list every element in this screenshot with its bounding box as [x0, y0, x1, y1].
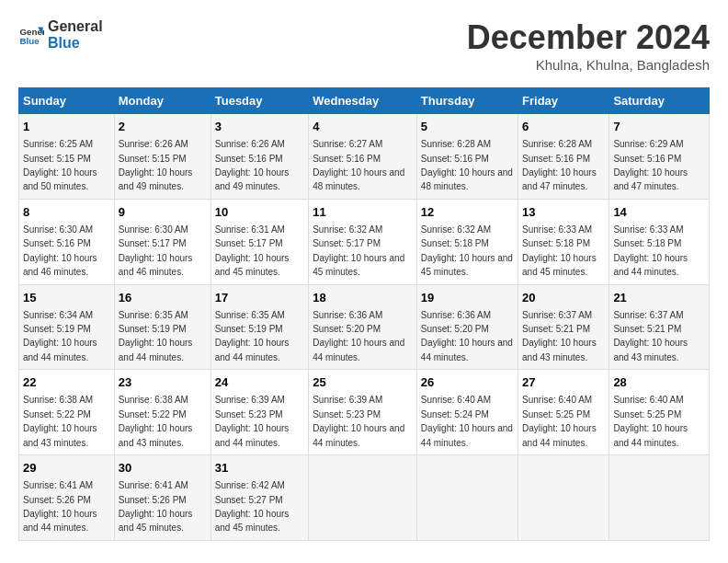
calendar-cell: 8Sunrise: 6:30 AMSunset: 5:16 PMDaylight…	[19, 199, 115, 284]
day-number: 28	[613, 374, 705, 391]
calendar-cell: 18Sunrise: 6:36 AMSunset: 5:20 PMDayligh…	[309, 284, 417, 370]
day-info: Sunrise: 6:39 AMSunset: 5:23 PMDaylight:…	[215, 395, 290, 447]
day-info: Sunrise: 6:35 AMSunset: 5:19 PMDaylight:…	[215, 310, 290, 362]
day-info: Sunrise: 6:40 AMSunset: 5:24 PMDaylight:…	[421, 395, 513, 447]
logo-text-general: General	[48, 18, 103, 35]
calendar-cell: 2Sunrise: 6:26 AMSunset: 5:15 PMDaylight…	[114, 114, 210, 200]
calendar-cell: 7Sunrise: 6:29 AMSunset: 5:16 PMDaylight…	[609, 114, 710, 200]
calendar-cell	[416, 455, 518, 541]
calendar-week-1: 1Sunrise: 6:25 AMSunset: 5:15 PMDaylight…	[19, 114, 710, 200]
day-number: 16	[119, 290, 207, 306]
day-number: 17	[215, 290, 304, 306]
day-number: 12	[421, 204, 514, 221]
day-info: Sunrise: 6:31 AMSunset: 5:17 PMDaylight:…	[215, 224, 290, 277]
day-number: 6	[522, 119, 605, 135]
calendar-table: SundayMondayTuesdayWednesdayThursdayFrid…	[18, 87, 710, 541]
header-thursday: Thursday	[416, 88, 518, 114]
day-number: 27	[522, 374, 605, 391]
day-number: 19	[421, 290, 514, 306]
day-info: Sunrise: 6:36 AMSunset: 5:20 PMDaylight:…	[421, 310, 513, 362]
day-number: 30	[119, 460, 207, 477]
calendar-cell	[309, 455, 417, 541]
calendar-cell: 15Sunrise: 6:34 AMSunset: 5:19 PMDayligh…	[19, 284, 115, 370]
calendar-cell: 23Sunrise: 6:38 AMSunset: 5:22 PMDayligh…	[114, 370, 210, 455]
logo-icon: General Blue	[18, 22, 44, 48]
calendar-cell	[518, 455, 609, 541]
header-saturday: Saturday	[609, 88, 710, 114]
calendar-cell: 28Sunrise: 6:40 AMSunset: 5:25 PMDayligh…	[609, 370, 710, 455]
day-number: 14	[613, 204, 705, 221]
day-info: Sunrise: 6:26 AMSunset: 5:16 PMDaylight:…	[215, 139, 290, 191]
calendar-cell: 17Sunrise: 6:35 AMSunset: 5:19 PMDayligh…	[210, 284, 308, 370]
calendar-cell: 27Sunrise: 6:40 AMSunset: 5:25 PMDayligh…	[518, 370, 609, 455]
day-info: Sunrise: 6:30 AMSunset: 5:17 PMDaylight:…	[119, 224, 193, 277]
calendar-week-5: 29Sunrise: 6:41 AMSunset: 5:26 PMDayligh…	[19, 455, 710, 541]
calendar-cell: 10Sunrise: 6:31 AMSunset: 5:17 PMDayligh…	[210, 199, 308, 284]
calendar-cell: 24Sunrise: 6:39 AMSunset: 5:23 PMDayligh…	[210, 370, 308, 455]
day-number: 5	[421, 119, 514, 135]
month-title: December 2024	[467, 18, 710, 57]
calendar-week-4: 22Sunrise: 6:38 AMSunset: 5:22 PMDayligh…	[19, 370, 710, 455]
day-number: 25	[313, 374, 413, 391]
day-number: 20	[522, 290, 605, 306]
calendar-cell: 14Sunrise: 6:33 AMSunset: 5:18 PMDayligh…	[609, 199, 710, 284]
day-info: Sunrise: 6:35 AMSunset: 5:19 PMDaylight:…	[119, 310, 193, 362]
day-info: Sunrise: 6:40 AMSunset: 5:25 PMDaylight:…	[522, 395, 597, 447]
calendar-cell: 20Sunrise: 6:37 AMSunset: 5:21 PMDayligh…	[518, 284, 609, 370]
header-friday: Friday	[518, 88, 609, 114]
location: Khulna, Khulna, Bangladesh	[467, 57, 710, 73]
day-number: 4	[313, 119, 413, 135]
calendar-header-row: SundayMondayTuesdayWednesdayThursdayFrid…	[19, 88, 710, 114]
day-info: Sunrise: 6:41 AMSunset: 5:26 PMDaylight:…	[23, 480, 97, 533]
day-info: Sunrise: 6:36 AMSunset: 5:20 PMDaylight:…	[313, 310, 404, 362]
day-number: 23	[119, 374, 207, 391]
day-number: 31	[215, 460, 304, 477]
day-number: 29	[23, 460, 110, 477]
calendar-cell: 11Sunrise: 6:32 AMSunset: 5:17 PMDayligh…	[309, 199, 417, 284]
calendar-cell: 25Sunrise: 6:39 AMSunset: 5:23 PMDayligh…	[309, 370, 417, 455]
day-info: Sunrise: 6:38 AMSunset: 5:22 PMDaylight:…	[23, 395, 97, 447]
calendar-cell: 16Sunrise: 6:35 AMSunset: 5:19 PMDayligh…	[114, 284, 210, 370]
calendar-week-2: 8Sunrise: 6:30 AMSunset: 5:16 PMDaylight…	[19, 199, 710, 284]
header-wednesday: Wednesday	[309, 88, 417, 114]
day-info: Sunrise: 6:40 AMSunset: 5:25 PMDaylight:…	[613, 395, 688, 447]
calendar-cell: 6Sunrise: 6:28 AMSunset: 5:16 PMDaylight…	[518, 114, 609, 200]
calendar-cell: 19Sunrise: 6:36 AMSunset: 5:20 PMDayligh…	[416, 284, 518, 370]
calendar-cell: 9Sunrise: 6:30 AMSunset: 5:17 PMDaylight…	[114, 199, 210, 284]
day-number: 8	[23, 204, 110, 221]
calendar-cell: 31Sunrise: 6:42 AMSunset: 5:27 PMDayligh…	[210, 455, 308, 541]
day-info: Sunrise: 6:30 AMSunset: 5:16 PMDaylight:…	[23, 224, 97, 277]
calendar-cell: 12Sunrise: 6:32 AMSunset: 5:18 PMDayligh…	[416, 199, 518, 284]
header-monday: Monday	[114, 88, 210, 114]
day-number: 1	[23, 119, 110, 135]
header-tuesday: Tuesday	[210, 88, 308, 114]
calendar-cell: 1Sunrise: 6:25 AMSunset: 5:15 PMDaylight…	[19, 114, 115, 200]
calendar-cell: 4Sunrise: 6:27 AMSunset: 5:16 PMDaylight…	[309, 114, 417, 200]
day-number: 3	[215, 119, 304, 135]
day-number: 26	[421, 374, 514, 391]
day-number: 7	[613, 119, 705, 135]
header-sunday: Sunday	[19, 88, 115, 114]
day-info: Sunrise: 6:28 AMSunset: 5:16 PMDaylight:…	[421, 139, 513, 191]
day-info: Sunrise: 6:37 AMSunset: 5:21 PMDaylight:…	[522, 310, 597, 362]
day-info: Sunrise: 6:42 AMSunset: 5:27 PMDaylight:…	[215, 480, 290, 533]
day-info: Sunrise: 6:37 AMSunset: 5:21 PMDaylight:…	[613, 310, 688, 362]
calendar-cell: 26Sunrise: 6:40 AMSunset: 5:24 PMDayligh…	[416, 370, 518, 455]
svg-text:Blue: Blue	[19, 36, 40, 46]
calendar-cell: 21Sunrise: 6:37 AMSunset: 5:21 PMDayligh…	[609, 284, 710, 370]
calendar-cell: 30Sunrise: 6:41 AMSunset: 5:26 PMDayligh…	[114, 455, 210, 541]
day-number: 9	[119, 204, 207, 221]
calendar-cell: 13Sunrise: 6:33 AMSunset: 5:18 PMDayligh…	[518, 199, 609, 284]
day-info: Sunrise: 6:33 AMSunset: 5:18 PMDaylight:…	[522, 224, 597, 277]
page-header: General Blue General Blue December 2024 …	[18, 18, 710, 73]
calendar-cell	[609, 455, 710, 541]
day-number: 21	[613, 290, 705, 306]
logo: General Blue General Blue	[18, 18, 103, 52]
calendar-cell: 5Sunrise: 6:28 AMSunset: 5:16 PMDaylight…	[416, 114, 518, 200]
day-info: Sunrise: 6:27 AMSunset: 5:16 PMDaylight:…	[313, 139, 404, 191]
day-info: Sunrise: 6:33 AMSunset: 5:18 PMDaylight:…	[613, 224, 688, 277]
day-info: Sunrise: 6:39 AMSunset: 5:23 PMDaylight:…	[313, 395, 404, 447]
day-number: 15	[23, 290, 110, 306]
day-info: Sunrise: 6:38 AMSunset: 5:22 PMDaylight:…	[119, 395, 193, 447]
day-number: 18	[313, 290, 413, 306]
